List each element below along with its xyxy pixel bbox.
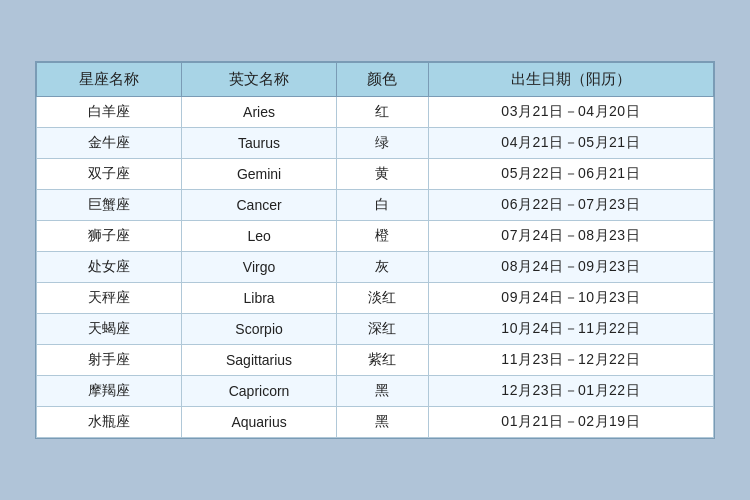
cell-dates: 11月23日－12月22日 <box>428 345 713 376</box>
cell-chinese-name: 水瓶座 <box>37 407 182 438</box>
table-row: 天秤座Libra淡红09月24日－10月23日 <box>37 283 714 314</box>
cell-dates: 05月22日－06月21日 <box>428 159 713 190</box>
cell-color: 橙 <box>337 221 428 252</box>
cell-color: 白 <box>337 190 428 221</box>
header-english-name: 英文名称 <box>181 63 337 97</box>
cell-english-name: Scorpio <box>181 314 337 345</box>
cell-english-name: Cancer <box>181 190 337 221</box>
cell-dates: 03月21日－04月20日 <box>428 97 713 128</box>
table-row: 金牛座Taurus绿04月21日－05月21日 <box>37 128 714 159</box>
cell-english-name: Aries <box>181 97 337 128</box>
cell-color: 深红 <box>337 314 428 345</box>
cell-english-name: Libra <box>181 283 337 314</box>
cell-dates: 07月24日－08月23日 <box>428 221 713 252</box>
cell-dates: 06月22日－07月23日 <box>428 190 713 221</box>
cell-chinese-name: 射手座 <box>37 345 182 376</box>
table-row: 处女座Virgo灰08月24日－09月23日 <box>37 252 714 283</box>
cell-chinese-name: 天蝎座 <box>37 314 182 345</box>
cell-color: 紫红 <box>337 345 428 376</box>
cell-chinese-name: 巨蟹座 <box>37 190 182 221</box>
table-row: 水瓶座Aquarius黑01月21日－02月19日 <box>37 407 714 438</box>
zodiac-table: 星座名称 英文名称 颜色 出生日期（阳历） 白羊座Aries红03月21日－04… <box>36 62 714 438</box>
cell-color: 红 <box>337 97 428 128</box>
zodiac-table-container: 星座名称 英文名称 颜色 出生日期（阳历） 白羊座Aries红03月21日－04… <box>35 61 715 439</box>
cell-chinese-name: 摩羯座 <box>37 376 182 407</box>
cell-chinese-name: 天秤座 <box>37 283 182 314</box>
cell-chinese-name: 金牛座 <box>37 128 182 159</box>
cell-english-name: Sagittarius <box>181 345 337 376</box>
cell-color: 灰 <box>337 252 428 283</box>
cell-chinese-name: 白羊座 <box>37 97 182 128</box>
cell-chinese-name: 双子座 <box>37 159 182 190</box>
table-row: 双子座Gemini黄05月22日－06月21日 <box>37 159 714 190</box>
header-color: 颜色 <box>337 63 428 97</box>
table-row: 摩羯座Capricorn黑12月23日－01月22日 <box>37 376 714 407</box>
cell-color: 黑 <box>337 407 428 438</box>
cell-english-name: Gemini <box>181 159 337 190</box>
cell-dates: 04月21日－05月21日 <box>428 128 713 159</box>
cell-dates: 12月23日－01月22日 <box>428 376 713 407</box>
cell-color: 黄 <box>337 159 428 190</box>
cell-color: 绿 <box>337 128 428 159</box>
header-dates: 出生日期（阳历） <box>428 63 713 97</box>
cell-dates: 01月21日－02月19日 <box>428 407 713 438</box>
cell-chinese-name: 处女座 <box>37 252 182 283</box>
cell-dates: 09月24日－10月23日 <box>428 283 713 314</box>
cell-color: 淡红 <box>337 283 428 314</box>
cell-color: 黑 <box>337 376 428 407</box>
cell-english-name: Leo <box>181 221 337 252</box>
table-row: 狮子座Leo橙07月24日－08月23日 <box>37 221 714 252</box>
cell-english-name: Virgo <box>181 252 337 283</box>
header-chinese-name: 星座名称 <box>37 63 182 97</box>
table-row: 天蝎座Scorpio深红10月24日－11月22日 <box>37 314 714 345</box>
cell-dates: 08月24日－09月23日 <box>428 252 713 283</box>
table-row: 白羊座Aries红03月21日－04月20日 <box>37 97 714 128</box>
cell-dates: 10月24日－11月22日 <box>428 314 713 345</box>
cell-english-name: Capricorn <box>181 376 337 407</box>
cell-english-name: Taurus <box>181 128 337 159</box>
cell-chinese-name: 狮子座 <box>37 221 182 252</box>
table-body: 白羊座Aries红03月21日－04月20日金牛座Taurus绿04月21日－0… <box>37 97 714 438</box>
table-header-row: 星座名称 英文名称 颜色 出生日期（阳历） <box>37 63 714 97</box>
table-row: 射手座Sagittarius紫红11月23日－12月22日 <box>37 345 714 376</box>
table-row: 巨蟹座Cancer白06月22日－07月23日 <box>37 190 714 221</box>
cell-english-name: Aquarius <box>181 407 337 438</box>
